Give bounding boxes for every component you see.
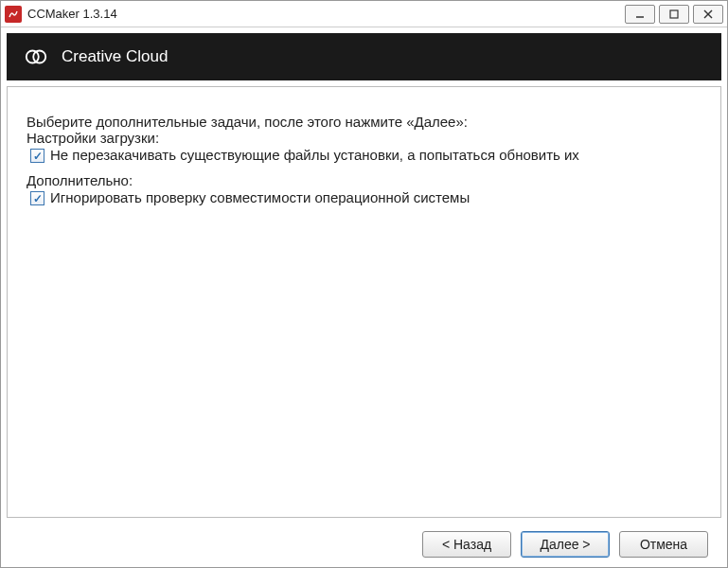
close-icon — [702, 9, 714, 20]
app-icon — [5, 6, 22, 23]
window-controls — [625, 5, 723, 24]
checkmark-icon: ✓ — [33, 193, 43, 204]
checkbox-ignore-os[interactable]: ✓ — [30, 191, 44, 205]
checkbox-reuse-label[interactable]: Не перезакачивать существующие файлы уст… — [50, 146, 579, 165]
titlebar: CCMaker 1.3.14 — [1, 1, 727, 27]
svg-point-5 — [33, 51, 45, 63]
checkmark-icon: ✓ — [33, 151, 43, 162]
content-heading: Выберите дополнительные задачи, после эт… — [27, 114, 701, 130]
section-extra-label: Дополнительно: — [27, 172, 701, 188]
minimize-icon — [634, 9, 646, 20]
installer-window: CCMaker 1.3.14 Creative Cloud Выберите д… — [0, 0, 728, 568]
window-title: CCMaker 1.3.14 — [27, 7, 625, 21]
checkbox-ignore-os-label[interactable]: Игнорировать проверку совместимости опер… — [50, 188, 470, 207]
maximize-button[interactable] — [659, 5, 689, 24]
checkbox-row-reuse: ✓ Не перезакачивать существующие файлы у… — [27, 146, 701, 165]
minimize-button[interactable] — [625, 5, 655, 24]
checkbox-row-ignore-os: ✓ Игнорировать проверку совместимости оп… — [27, 188, 701, 207]
svg-rect-1 — [670, 10, 678, 18]
maximize-icon — [668, 9, 680, 20]
section-download-label: Настройки загрузки: — [27, 130, 701, 146]
creative-cloud-icon — [24, 44, 48, 69]
close-button[interactable] — [693, 5, 723, 24]
footer-buttons: < Назад Далее > Отмена — [7, 524, 721, 565]
next-button[interactable]: Далее > — [521, 531, 610, 558]
content-panel: Выберите дополнительные задачи, после эт… — [7, 86, 721, 518]
banner: Creative Cloud — [7, 33, 721, 80]
cancel-button[interactable]: Отмена — [619, 531, 708, 558]
banner-title: Creative Cloud — [62, 47, 168, 66]
svg-point-4 — [27, 51, 39, 63]
checkbox-reuse-files[interactable]: ✓ — [30, 149, 44, 163]
back-button[interactable]: < Назад — [422, 531, 511, 558]
